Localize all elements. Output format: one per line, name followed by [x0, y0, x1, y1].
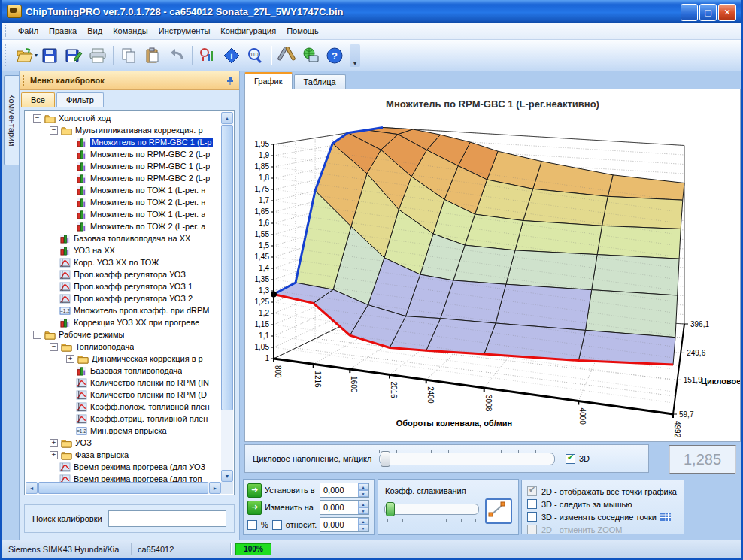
menu-item-3[interactable]: Вид — [82, 24, 108, 38]
change-value[interactable]: 0,000 — [320, 501, 358, 514]
change-value-spinner[interactable]: 0,000 ▲▼ — [320, 500, 369, 515]
copy-button[interactable] — [117, 44, 141, 68]
tree-item-label[interactable]: Топливоподача — [75, 342, 134, 351]
tree-item-label[interactable]: Холостой ход — [59, 114, 111, 123]
tree-vertical-scrollbar[interactable]: ▲ ▼ — [221, 112, 233, 482]
tree-item[interactable]: +Динамическая коррекция в р — [26, 353, 221, 365]
tree-item[interactable]: =1.2Мин.время впрыска — [26, 425, 221, 437]
tree-item-label[interactable]: Время режима прогрева (для УОЗ — [74, 462, 205, 471]
menu-item-1[interactable]: Файл — [13, 24, 44, 38]
save-button[interactable] — [38, 44, 62, 68]
tree-item-label[interactable]: Базовая топливоподача — [90, 366, 182, 375]
tree-item-label[interactable]: Множитель по ТОЖ 1 (L-рег. н — [90, 186, 205, 195]
chart-area[interactable]: Множитель по RPM-GBC 1 (L-рег.неактивно)… — [244, 89, 741, 442]
panel-header-grip[interactable] — [23, 75, 27, 86]
tree-item[interactable]: Множитель по RPM-GBC 2 (L-р — [26, 148, 221, 160]
tree-item-label[interactable]: Мин.время впрыска — [90, 426, 167, 435]
relative-value[interactable]: 0,000 — [320, 518, 358, 531]
vertical-scroll-thumb[interactable] — [221, 125, 233, 410]
tree-item-label[interactable]: УОЗ на ХХ — [74, 246, 115, 255]
option-checkbox-3[interactable] — [527, 512, 537, 522]
scroll-left-button[interactable]: ◄ — [26, 482, 38, 494]
tree-item-label[interactable]: Время режима прогрева (для топ — [74, 474, 202, 482]
tree-item-label[interactable]: Проп.коэфф.регулятора УОЗ 2 — [74, 294, 193, 303]
tree-item[interactable]: Множитель по ТОЖ 1 (L-рег. н — [26, 184, 221, 196]
tab-graph[interactable]: График — [244, 72, 293, 89]
tree-item[interactable]: Время режима прогрева (для топ — [26, 473, 221, 482]
cycle-slider[interactable] — [379, 453, 555, 465]
chart-compare-button[interactable] — [196, 44, 220, 68]
apply-set-button[interactable]: ➜ — [247, 483, 262, 498]
tree-item[interactable]: Коэфф.полож. топливной плен — [26, 401, 221, 413]
checkbox-3d[interactable] — [566, 454, 575, 464]
relative-spin-up[interactable]: ▲ — [358, 518, 368, 525]
tree-item[interactable]: Проп.коэфф.регулятора УОЗ 2 — [26, 292, 221, 304]
tree-item[interactable]: Множитель по RPM-GBC 2 (L-р — [26, 172, 221, 184]
zoom-110-button[interactable]: 110 — [244, 44, 268, 68]
menu-grip[interactable] — [5, 25, 10, 36]
tree-item-label[interactable]: Коэфф.полож. топливной плен — [90, 402, 210, 411]
tree-item[interactable]: −Холостой ход — [26, 112, 221, 124]
tree-item[interactable]: Проп.коэфф.регулятора УОЗ 1 — [26, 280, 221, 292]
tree-item-label[interactable]: Множитель по RPM-GBC 1 (L-р — [90, 138, 213, 147]
tab-all[interactable]: Все — [21, 92, 55, 107]
tree-item-label[interactable]: Фаза впрыска — [75, 450, 129, 459]
tree-horizontal-scrollbar[interactable]: ◄ ► — [26, 482, 221, 494]
set-spin-up[interactable]: ▲ — [358, 483, 368, 490]
minimize-button[interactable]: _ — [681, 4, 698, 21]
expand-box[interactable]: + — [50, 439, 58, 447]
menu-item-7[interactable]: Помощь — [281, 24, 324, 38]
undo-button[interactable] — [165, 44, 189, 68]
percent-checkbox[interactable] — [247, 520, 257, 530]
tree-item[interactable]: УОЗ на ХХ — [26, 244, 221, 256]
expand-box[interactable]: + — [66, 355, 74, 363]
maximize-button[interactable]: ▢ — [699, 4, 717, 21]
tree-item-label[interactable]: Мультипликативная коррекция. р — [75, 126, 203, 135]
tree-item-label[interactable]: Множитель по RPM-GBC 1 (L-р — [90, 162, 210, 171]
tree-item[interactable]: Множитель по ТОЖ 2 (L-рег. н — [26, 196, 221, 208]
set-value-spinner[interactable]: 0,000 ▲▼ — [320, 483, 369, 498]
open-button[interactable] — [13, 44, 37, 68]
relative-spin-down[interactable]: ▼ — [358, 525, 368, 531]
smoothing-slider[interactable] — [384, 504, 479, 515]
tree-item-label[interactable]: Количество пленки по RPM (D — [90, 390, 207, 399]
tree-item[interactable]: −Топливоподача — [26, 341, 221, 353]
set-spin-down[interactable]: ▼ — [358, 490, 368, 497]
tree-item[interactable]: Множитель по ТОЖ 1 (L-рег. а — [26, 208, 221, 220]
tree-item[interactable]: Множитель по RPM-GBC 1 (L-р — [26, 160, 221, 172]
tree-item[interactable]: +УОЗ — [26, 437, 221, 449]
tree-item-label[interactable]: Проп.коэфф.регулятора УОЗ 1 — [74, 282, 193, 291]
tree-item[interactable]: Коэфф.отриц. топливной плен — [26, 413, 221, 425]
menu-item-5[interactable]: Инструменты — [153, 24, 216, 38]
tree-item-label[interactable]: Коэфф.отриц. топливной плен — [90, 414, 208, 423]
tree-item-label[interactable]: Динамическая коррекция в р — [92, 354, 203, 363]
tree-item-label[interactable]: Количество пленки по RPM (IN — [90, 378, 209, 387]
info-button[interactable]: i — [220, 44, 244, 68]
relative-checkbox[interactable] — [272, 520, 282, 530]
horizontal-scroll-thumb[interactable] — [38, 482, 208, 494]
tree-item-label[interactable]: Множитель по ТОЖ 2 (L-рег. н — [90, 198, 205, 207]
smooth-apply-button[interactable] — [485, 498, 512, 524]
option-checkbox-1[interactable] — [527, 486, 537, 496]
calibration-tree[interactable]: −Холостой ход−Мультипликативная коррекци… — [26, 112, 221, 482]
cycle-slider-thumb[interactable] — [381, 451, 390, 467]
tree-item[interactable]: Базовая топливоподача на ХХ — [26, 232, 221, 244]
collapse-box[interactable]: − — [50, 126, 58, 135]
pin-icon[interactable] — [226, 76, 235, 85]
tree-item-label[interactable]: Корр. УОЗ ХХ по ТОЖ — [74, 258, 159, 267]
tree-item-label[interactable]: Множитель по RPM-GBC 2 (L-р — [90, 174, 210, 183]
online-button[interactable] — [299, 44, 323, 68]
tree-item[interactable]: +Фаза впрыска — [26, 449, 221, 461]
tree-item[interactable]: −Мультипликативная коррекция. р — [26, 124, 221, 136]
help-button[interactable]: ? — [323, 44, 347, 68]
tree-item-label[interactable]: Множитель по ТОЖ 1 (L-рег. а — [90, 210, 205, 219]
set-value[interactable]: 0,000 — [320, 483, 358, 497]
tree-item-label[interactable]: Множитель по ТОЖ 2 (L-рег. а — [90, 222, 205, 231]
scroll-right-button[interactable]: ► — [209, 482, 221, 494]
tree-item-label[interactable]: Коррекция УОЗ ХХ при прогреве — [74, 318, 199, 327]
tree-item[interactable]: Время режима прогрева (для УОЗ — [26, 461, 221, 473]
tree-item-label[interactable]: Базовая топливоподача на ХХ — [74, 234, 190, 243]
tree-item-label[interactable]: Рабочие режимы — [59, 330, 124, 339]
tree-item[interactable]: Множитель по ТОЖ 2 (L-рег. а — [26, 220, 221, 232]
tree-item-label[interactable]: УОЗ — [75, 438, 92, 447]
